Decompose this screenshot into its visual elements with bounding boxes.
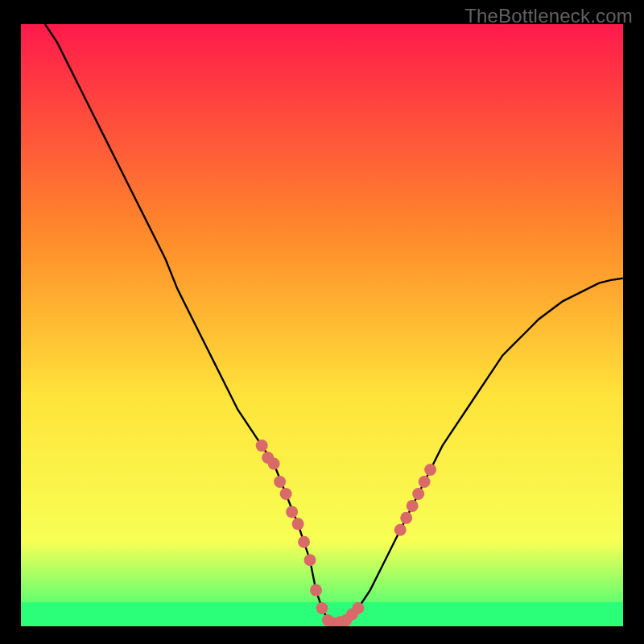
marker-dot xyxy=(400,512,412,524)
marker-dot xyxy=(268,458,280,470)
marker-dot xyxy=(310,584,322,597)
marker-dot xyxy=(256,440,268,452)
watermark-text: TheBottleneck.com xyxy=(464,5,633,27)
marker-dot xyxy=(419,476,431,488)
marker-dot xyxy=(424,464,436,476)
marker-dot xyxy=(412,488,424,500)
chart-frame: TheBottleneck.com xyxy=(0,0,644,644)
marker-dot xyxy=(352,602,364,614)
marker-dot xyxy=(394,524,407,536)
marker-dot xyxy=(298,536,310,548)
plot-area xyxy=(21,24,623,626)
marker-dot xyxy=(274,476,286,488)
bottleneck-chart xyxy=(21,24,623,626)
marker-dot xyxy=(286,506,298,518)
marker-dot xyxy=(304,554,316,566)
marker-dot xyxy=(407,500,419,512)
marker-dot xyxy=(316,602,328,614)
marker-dot xyxy=(280,488,292,500)
marker-dot xyxy=(292,518,304,530)
